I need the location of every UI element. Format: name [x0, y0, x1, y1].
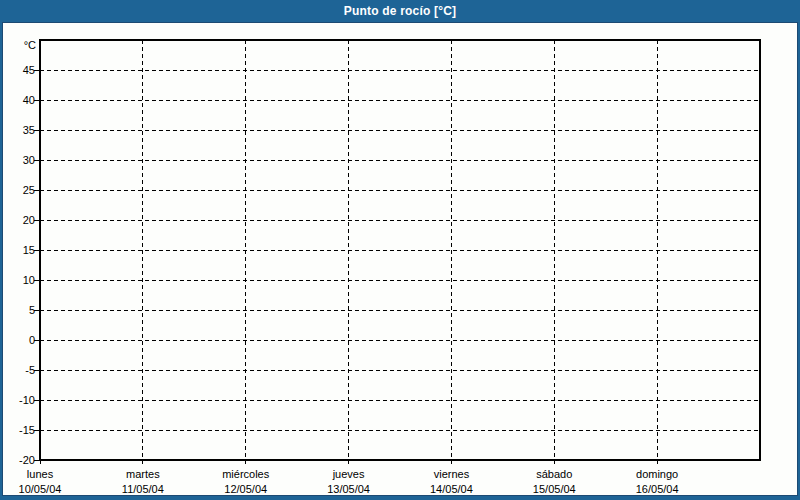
x-day-label: jueves	[332, 468, 365, 480]
x-date-label: 14/05/04	[430, 483, 473, 495]
y-tick-label: 30	[23, 154, 35, 166]
x-date-label: 11/05/04	[122, 483, 164, 495]
chart-titlebar: Punto de rocío [°C]	[2, 0, 798, 22]
chart-surface: 454035302520151050-5-10-15-20°Clunes10/0…	[2, 22, 798, 496]
x-date-label: 13/05/04	[327, 483, 370, 495]
x-day-label: martes	[126, 468, 160, 480]
x-day-label: miércoles	[222, 468, 270, 480]
y-tick-label: -20	[19, 454, 35, 466]
y-tick-label: 40	[23, 94, 35, 106]
x-date-label: 10/05/04	[19, 483, 62, 495]
y-tick-label: -5	[25, 364, 35, 376]
x-date-label: 16/05/04	[636, 483, 679, 495]
x-day-label: sábado	[536, 468, 572, 480]
chart-title: Punto de rocío [°C]	[344, 4, 457, 18]
y-tick-label: -15	[19, 424, 35, 436]
y-tick-label: 35	[23, 124, 35, 136]
dew-point-plot: 454035302520151050-5-10-15-20°Clunes10/0…	[3, 23, 797, 495]
chart-window: Punto de rocío [°C] 454035302520151050-5…	[0, 0, 800, 500]
x-day-label: domingo	[636, 468, 678, 480]
x-date-label: 12/05/04	[224, 483, 267, 495]
x-day-label: viernes	[434, 468, 470, 480]
y-tick-label: 45	[23, 64, 35, 76]
y-tick-label: 15	[23, 244, 35, 256]
y-tick-label: 5	[29, 304, 35, 316]
x-date-label: 15/05/04	[533, 483, 576, 495]
y-tick-label: 20	[23, 214, 35, 226]
y-tick-label: 10	[23, 274, 35, 286]
y-tick-label: 25	[23, 184, 35, 196]
y-axis-unit-label: °C	[24, 39, 36, 51]
x-day-label: lunes	[27, 468, 54, 480]
y-tick-label: -10	[19, 394, 35, 406]
y-tick-label: 0	[29, 334, 35, 346]
